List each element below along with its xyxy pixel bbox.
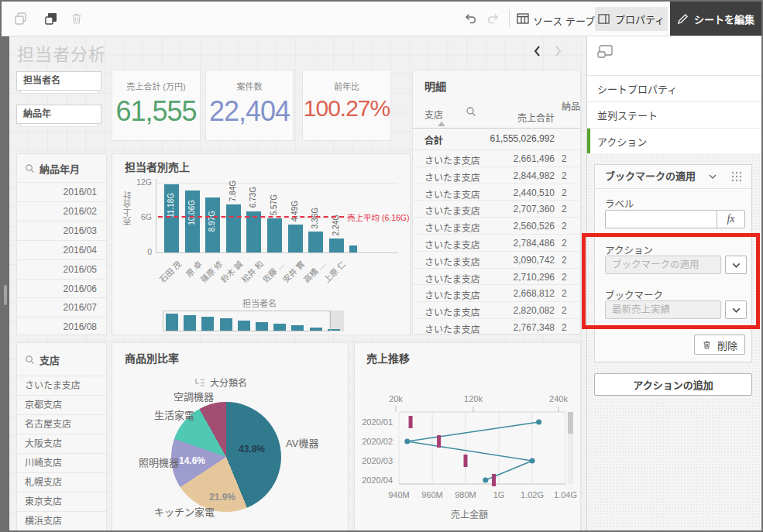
undo-icon[interactable] bbox=[463, 12, 477, 26]
filter-year[interactable]: 納品年 bbox=[16, 105, 101, 124]
branch-list-title: 支店 bbox=[40, 352, 60, 367]
table-row-month[interactable]: 2 bbox=[562, 238, 581, 249]
scatter-scrollbar-thumb[interactable] bbox=[568, 412, 573, 434]
x-category-label[interactable]: 高橋 … bbox=[301, 258, 328, 285]
tick-mark-point bbox=[492, 474, 496, 486]
list-item[interactable]: 2016/05 bbox=[17, 259, 106, 279]
pie-legend-title[interactable]: 大分類名 bbox=[210, 376, 247, 389]
table-row-sales[interactable]: 3,090,742 bbox=[467, 255, 555, 266]
label-input[interactable] bbox=[605, 210, 717, 228]
list-item[interactable]: 2016/03 bbox=[17, 221, 106, 240]
list-item[interactable]: 2016/07 bbox=[17, 297, 106, 317]
table-row-sales[interactable]: 2,820,082 bbox=[467, 305, 555, 316]
drag-handle-icon[interactable] bbox=[731, 171, 742, 182]
left-collapsed-panel[interactable] bbox=[2, 36, 9, 532]
panel-nav-item-1[interactable]: シートプロパティ bbox=[587, 76, 761, 102]
filter-person[interactable]: 担当者名 bbox=[16, 71, 101, 91]
list-item[interactable]: 京都支店 bbox=[17, 395, 106, 414]
table-row-month[interactable]: 2 bbox=[562, 322, 581, 333]
table-row-sales[interactable]: 2,767,348 bbox=[467, 322, 555, 333]
table-row-month[interactable]: 2 bbox=[562, 187, 581, 198]
collapse-chevron-icon[interactable] bbox=[708, 172, 717, 181]
column-header-branch[interactable]: 支店 bbox=[424, 108, 443, 121]
list-item[interactable]: 札幌支店 bbox=[17, 472, 106, 492]
list-item[interactable]: 東京支店 bbox=[17, 492, 106, 511]
list-item[interactable]: さいたま支店 bbox=[17, 376, 106, 395]
table-row-month[interactable]: 2 bbox=[562, 255, 581, 266]
search-icon[interactable] bbox=[466, 106, 476, 117]
list-item[interactable]: 大阪支店 bbox=[17, 434, 106, 453]
bar[interactable] bbox=[308, 232, 323, 252]
pie-chart-title: 商品別比率 bbox=[125, 350, 179, 366]
table-row-sales[interactable]: 2,661,496 bbox=[467, 153, 555, 164]
bar[interactable] bbox=[329, 239, 344, 252]
bar[interactable] bbox=[226, 204, 241, 252]
left-panel-handle[interactable] bbox=[4, 285, 7, 305]
bar[interactable] bbox=[349, 245, 357, 253]
table-row-sales[interactable]: 2,668,812 bbox=[467, 288, 555, 299]
toolbar-divider bbox=[509, 10, 510, 27]
duplicate-icon[interactable] bbox=[14, 12, 28, 26]
bar-plot-area: 12G6G011.18G石田 茂10.06G原 卓8.97G篠原 修7.84G鈴… bbox=[156, 179, 398, 253]
kpi-label: 案件数 bbox=[206, 80, 293, 92]
search-icon[interactable] bbox=[25, 355, 35, 365]
list-item[interactable]: 名古屋支店 bbox=[17, 414, 106, 434]
panel-nav-item-2[interactable]: 並列ステート bbox=[587, 102, 761, 129]
delete-button[interactable]: 削除 bbox=[694, 335, 745, 355]
expression-fx-button[interactable]: fx bbox=[717, 210, 745, 228]
table-row-month[interactable]: 2 bbox=[562, 272, 581, 283]
list-item[interactable]: 2016/08 bbox=[17, 317, 106, 335]
total-row-value: 61,555,026,992 bbox=[467, 133, 555, 144]
chevron-right-icon[interactable] bbox=[552, 45, 564, 57]
edit-sheet-button[interactable]: シートを編集 bbox=[670, 2, 761, 36]
paste-layers-icon[interactable] bbox=[44, 12, 58, 26]
scatter-bottom-tick-label: 940M bbox=[383, 490, 414, 499]
scatter-chart-panel: 売上推移 20k120k240k2020/012020/022020/03202… bbox=[354, 342, 581, 531]
x-category-label[interactable]: 石田 茂 bbox=[156, 258, 184, 285]
hierarchy-icon[interactable] bbox=[194, 378, 205, 387]
x-category-label[interactable]: 鈴木 誠 bbox=[218, 258, 245, 285]
bar[interactable] bbox=[267, 218, 282, 252]
table-row-month[interactable]: 2 bbox=[562, 170, 581, 181]
redo-icon[interactable] bbox=[486, 12, 500, 26]
bar[interactable] bbox=[288, 225, 303, 252]
x-category-label[interactable]: 安井 實 bbox=[280, 258, 307, 285]
search-icon[interactable] bbox=[25, 163, 35, 173]
x-category-label[interactable]: 松井 和 bbox=[239, 258, 266, 285]
table-row-sales[interactable]: 2,710,296 bbox=[467, 272, 555, 283]
list-item[interactable]: 2016/01 bbox=[17, 182, 106, 201]
table-row-month[interactable]: 2 bbox=[562, 204, 581, 215]
trash-icon[interactable] bbox=[70, 12, 84, 26]
table-row-sales[interactable]: 2,560,526 bbox=[467, 221, 555, 232]
action-dropdown-button[interactable] bbox=[725, 256, 747, 274]
scatter-scrollbar[interactable] bbox=[568, 412, 573, 484]
add-action-button[interactable]: アクションの追加 bbox=[594, 373, 752, 396]
list-item[interactable]: 横浜支店 bbox=[17, 511, 106, 530]
table-row-month[interactable]: 2 bbox=[562, 288, 581, 299]
table-row-sales[interactable]: 2,844,982 bbox=[467, 170, 555, 181]
table-row-month[interactable]: 2 bbox=[562, 153, 581, 164]
x-category-label[interactable]: 佐藤 … bbox=[259, 258, 287, 285]
column-header-month[interactable]: 納品月 bbox=[562, 101, 581, 113]
x-category-label[interactable]: 上原 仁 bbox=[321, 258, 348, 285]
sheet-icon[interactable] bbox=[597, 45, 613, 58]
properties-button[interactable]: プロパティ bbox=[595, 7, 668, 31]
chevron-left-icon[interactable] bbox=[531, 45, 544, 57]
table-row-month[interactable]: 2 bbox=[562, 305, 581, 316]
navigator-selection[interactable] bbox=[163, 311, 331, 331]
list-item[interactable]: 川崎支店 bbox=[17, 453, 106, 472]
list-item[interactable]: 2016/06 bbox=[17, 279, 106, 298]
action-card-header[interactable]: ブックマークの適用 bbox=[595, 165, 751, 189]
chart-range-navigator[interactable] bbox=[163, 311, 344, 331]
table-row-sales[interactable]: 2,784,486 bbox=[467, 238, 555, 249]
panel-nav-item-3[interactable]: アクション bbox=[587, 129, 761, 155]
table-row-month[interactable]: 2 bbox=[562, 221, 581, 232]
table-row-sales[interactable]: 2,707,360 bbox=[467, 204, 555, 215]
list-item[interactable]: 2016/02 bbox=[17, 201, 106, 221]
table-row-sales[interactable]: 2,440,510 bbox=[467, 187, 555, 198]
x-category-label[interactable]: 篠原 修 bbox=[198, 258, 225, 285]
scatter-x-axis-title: 売上金額 bbox=[451, 507, 488, 520]
list-item[interactable]: 2016/04 bbox=[17, 240, 106, 259]
column-header-sales[interactable]: 売上合計 bbox=[483, 111, 555, 124]
bookmark-dropdown-button[interactable] bbox=[725, 300, 747, 319]
